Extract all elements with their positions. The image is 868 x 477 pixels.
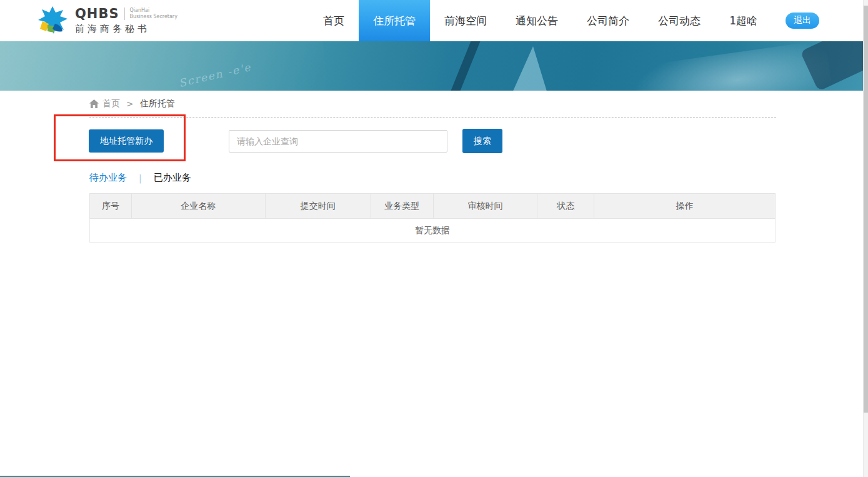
nav-item-notices[interactable]: 通知公告	[501, 0, 572, 41]
tab-pending-business[interactable]: 待办业务	[89, 172, 127, 184]
brand-logo[interactable]: QHBS QianHai Business Secretary 前海商务秘书	[36, 5, 177, 36]
header: QHBS QianHai Business Secretary 前海商务秘书 首…	[0, 0, 863, 41]
table-header-row: 序号 企业名称 提交时间 业务类型 审核时间 状态 操作	[90, 194, 776, 219]
scrollbar-thumb[interactable]	[864, 6, 868, 413]
banner-tablet-edge	[444, 41, 483, 91]
table-empty-row: 暂无数据	[90, 219, 776, 243]
scrollbar-track[interactable]	[863, 0, 868, 477]
col-header-actions: 操作	[594, 194, 776, 219]
col-header-business-type: 业务类型	[371, 194, 433, 219]
logo-text: QHBS QianHai Business Secretary 前海商务秘书	[75, 6, 177, 35]
logo-splash-icon	[36, 5, 69, 36]
breadcrumb: 首页 > 住所托管	[89, 98, 175, 109]
breadcrumb-home-link[interactable]: 首页	[102, 98, 120, 109]
brand-tagline: QianHai Business Secretary	[124, 8, 177, 20]
logout-button[interactable]: 退出	[786, 13, 819, 29]
nav-item-username[interactable]: 1超啥	[715, 0, 772, 41]
tab-completed-business[interactable]: 已办业务	[154, 172, 191, 184]
col-header-status: 状态	[537, 194, 594, 219]
tab-separator: |	[139, 173, 142, 183]
nav-item-qianhai-space[interactable]: 前海空间	[430, 0, 501, 41]
new-address-trusteeship-button[interactable]: 地址托管新办	[89, 129, 164, 153]
brand-name-cn: 前海商务秘书	[75, 23, 177, 35]
nav-item-company-profile[interactable]: 公司简介	[572, 0, 644, 41]
col-header-enterprise-name: 企业名称	[131, 194, 265, 219]
empty-state-text: 暂无数据	[90, 219, 776, 243]
nav-item-home[interactable]: 首页	[309, 0, 359, 41]
banner-hand-highlight	[621, 41, 835, 91]
business-table: 序号 企业名称 提交时间 业务类型 审核时间 状态 操作 暂无数据	[89, 193, 776, 243]
enterprise-search-input[interactable]	[229, 130, 447, 153]
hero-banner: Screen -e'e	[0, 41, 863, 91]
breadcrumb-current-page: 住所托管	[140, 98, 175, 109]
brand-abbr: QHBS	[75, 6, 119, 21]
col-header-review-time: 审核时间	[433, 194, 537, 219]
col-header-index: 序号	[90, 194, 132, 219]
banner-light-band	[0, 41, 329, 91]
col-header-submit-time: 提交时间	[265, 194, 371, 219]
banner-triangle-shape	[509, 46, 549, 91]
breadcrumb-separator: >	[126, 99, 134, 109]
nav-item-residence-trusteeship[interactable]: 住所托管	[359, 0, 430, 41]
business-tabs: 待办业务 | 已办业务	[89, 172, 191, 184]
search-button[interactable]: 搜索	[462, 129, 502, 153]
dashed-divider	[89, 117, 776, 118]
nav-item-company-news[interactable]: 公司动态	[644, 0, 715, 41]
home-icon	[89, 99, 99, 108]
main-nav: 首页 住所托管 前海空间 通知公告 公司简介 公司动态 1超啥 退出	[309, 0, 819, 41]
